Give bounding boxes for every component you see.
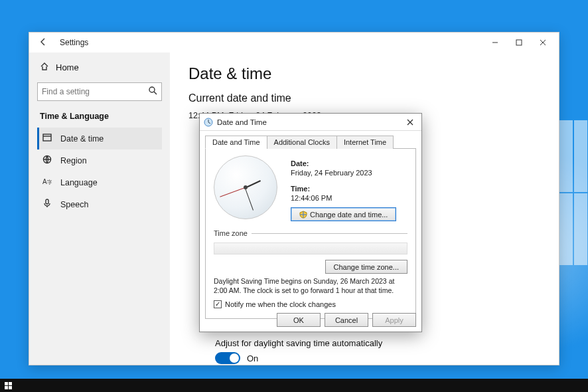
window-title: Settings <box>53 38 88 47</box>
language-icon: A字 <box>42 177 52 188</box>
search-box[interactable] <box>37 82 162 101</box>
shield-icon <box>299 211 307 219</box>
svg-rect-11 <box>46 199 48 204</box>
timezone-display <box>214 243 407 254</box>
change-date-time-button[interactable]: Change date and time... <box>291 207 396 221</box>
sidebar-item-date-time[interactable]: Date & time <box>37 128 162 149</box>
ok-button[interactable]: OK <box>277 313 321 327</box>
tab-additional-clocks[interactable]: Additional Clocks <box>267 136 337 149</box>
dialog-titlebar: Date and Time <box>200 114 421 131</box>
sidebar-home[interactable]: Home <box>37 58 162 77</box>
time-label: Time: <box>291 185 310 193</box>
svg-text:字: 字 <box>47 179 52 185</box>
taskbar[interactable] <box>0 379 588 392</box>
date-value: Friday, 24 February 2023 <box>291 169 396 177</box>
search-icon <box>148 86 157 98</box>
microphone-icon <box>42 199 52 210</box>
settings-titlebar: Settings <box>29 33 559 52</box>
dialog-title: Date and Time <box>217 118 267 126</box>
tab-date-and-time[interactable]: Date and Time <box>205 136 267 149</box>
page-subheading: Current date and time <box>188 92 540 104</box>
sidebar-item-label: Date & time <box>60 134 104 144</box>
home-label: Home <box>56 62 79 72</box>
back-button[interactable] <box>33 37 53 49</box>
svg-point-4 <box>149 87 155 92</box>
timezone-heading: Time zone <box>214 229 248 237</box>
dst-info-text: Daylight Saving Time begins on Sunday, 2… <box>214 276 407 295</box>
separator <box>252 233 407 234</box>
svg-rect-1 <box>516 40 522 45</box>
globe-icon <box>42 155 52 166</box>
sidebar: Home Time & Language Date & time Region … <box>29 52 170 365</box>
maximize-button[interactable] <box>507 33 531 52</box>
search-input[interactable] <box>42 87 148 96</box>
dialog-close-button[interactable] <box>403 116 417 128</box>
page-heading: Date & time <box>188 64 540 83</box>
minimize-button[interactable] <box>483 33 507 52</box>
dst-toggle[interactable] <box>215 352 240 364</box>
change-timezone-label: Change time zone... <box>334 263 399 271</box>
date-label: Date: <box>291 159 309 167</box>
svg-text:A: A <box>42 178 47 185</box>
tab-internet-time[interactable]: Internet Time <box>336 136 394 149</box>
dst-section: Adjust for daylight saving time automati… <box>215 338 382 364</box>
dialog-tabs: Date and Time Additional Clocks Internet… <box>205 135 416 149</box>
start-button[interactable] <box>4 381 12 389</box>
sidebar-item-label: Language <box>60 178 98 187</box>
svg-rect-6 <box>43 134 51 141</box>
notify-checkbox[interactable]: ✓ <box>214 300 222 308</box>
home-icon <box>40 62 49 73</box>
sidebar-item-label: Region <box>60 156 87 165</box>
clock-icon <box>204 118 213 127</box>
dst-toggle-state: On <box>247 353 258 363</box>
time-value: 12:44:06 PM <box>291 194 396 202</box>
apply-button[interactable]: Apply <box>372 313 416 327</box>
change-timezone-button[interactable]: Change time zone... <box>325 260 407 274</box>
desktop-window-logo <box>559 120 588 266</box>
change-date-time-label: Change date and time... <box>310 211 388 219</box>
notify-checkbox-label: Notify me when the clock changes <box>225 300 336 308</box>
cancel-button[interactable]: Cancel <box>325 313 368 327</box>
svg-line-5 <box>154 92 157 94</box>
sidebar-section-label: Time & Language <box>37 109 162 128</box>
date-time-dialog: Date and Time Date and Time Additional C… <box>199 113 422 332</box>
analog-clock <box>214 155 277 219</box>
sidebar-item-speech[interactable]: Speech <box>37 193 162 215</box>
calendar-clock-icon <box>42 133 52 144</box>
sidebar-item-label: Speech <box>60 200 88 209</box>
close-button[interactable] <box>531 33 555 52</box>
sidebar-item-region[interactable]: Region <box>37 149 162 171</box>
dst-label: Adjust for daylight saving time automati… <box>215 338 382 348</box>
dialog-pane: Date: Friday, 24 February 2023 Time: 12:… <box>205 149 416 319</box>
sidebar-item-language[interactable]: A字 Language <box>37 171 162 193</box>
